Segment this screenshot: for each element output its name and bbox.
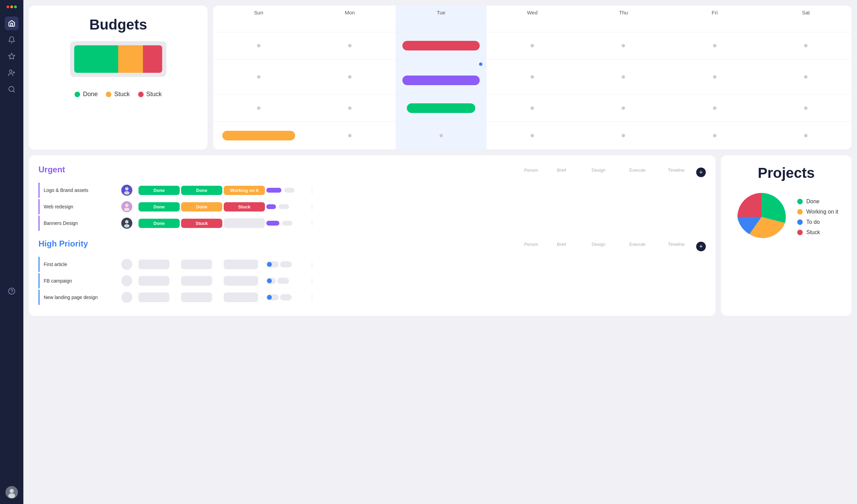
cal-dot (713, 106, 716, 110)
toggle-grey-1 (280, 261, 292, 267)
hp-more-2: ⋮ (309, 277, 319, 285)
logo[interactable] (7, 5, 17, 8)
cal-cell-thu-r4 (578, 122, 669, 150)
cal-cell-wed-r3 (487, 94, 578, 122)
user-avatar[interactable] (5, 486, 18, 499)
table-row-landing: New landing page design ⋮ (38, 290, 706, 305)
toggle-blue-1[interactable] (266, 261, 279, 267)
hp-execute-empty-1 (224, 260, 258, 269)
cal-dot (348, 44, 352, 47)
svg-point-13 (124, 191, 130, 195)
high-priority-add-button[interactable]: + (696, 242, 706, 251)
sidebar-item-notifications[interactable] (5, 33, 19, 47)
top-section: Budgets Done Stuck S (29, 5, 852, 150)
status-stuck-badge-banners: Stuck (181, 219, 222, 228)
sidebar-item-home[interactable] (5, 16, 19, 30)
row-more-web: ⋮ (309, 203, 319, 210)
budget-segment-done (74, 45, 118, 73)
sidebar-item-invite[interactable] (5, 66, 19, 80)
cal-bar-red (402, 41, 479, 50)
status-working-badge-web: Done (181, 202, 222, 211)
toggle-grey-2 (277, 278, 289, 284)
status-empty-banners (224, 218, 265, 228)
hp-design-2 (181, 276, 222, 286)
cal-cell-sat-r4 (760, 122, 852, 150)
budget-segment-stuck2 (143, 45, 162, 73)
hp-design-empty-2 (181, 276, 212, 286)
badge-design-banners: Stuck (181, 219, 222, 228)
row-avatar-web (116, 201, 137, 212)
hp-execute-3 (224, 293, 265, 302)
urgent-add-button[interactable]: + (696, 168, 706, 177)
cal-dot (804, 106, 808, 110)
svg-marker-0 (9, 53, 15, 59)
hp-brief-1 (138, 260, 180, 269)
avatar-light (121, 201, 132, 212)
row-name-landing: New landing page design (40, 295, 115, 300)
cal-cell-sun-r4 (213, 122, 304, 150)
cal-cell-mon-r4 (304, 122, 395, 150)
badge-brief-logo: Done (138, 186, 180, 195)
cal-dot (348, 75, 352, 79)
timeline-bar-logo (266, 188, 281, 193)
col-header-brief: Brief (544, 168, 579, 177)
cal-header-sat: Sat (760, 5, 852, 32)
timeline-logo (266, 188, 308, 193)
pie-chart (734, 190, 789, 244)
cal-dot (257, 106, 260, 110)
hp-col-brief: Brief (544, 242, 579, 251)
high-priority-title: High Priority (38, 239, 88, 249)
svg-point-9 (10, 489, 14, 493)
cal-cell-mon-r2 (304, 60, 395, 94)
cal-dot (531, 44, 534, 47)
hp-design-empty-3 (181, 293, 212, 302)
toggle-blue-3[interactable] (266, 294, 279, 300)
hp-avatar-3 (116, 292, 137, 303)
row-name-first-article: First article (40, 262, 115, 267)
cal-cell-thu-r2 (578, 60, 669, 94)
projects-content: Done Working on it To do Stuck (734, 190, 838, 244)
cal-dot (439, 134, 443, 137)
avatar-grey-2 (121, 275, 132, 286)
status-stuck-badge-web: Stuck (224, 202, 265, 211)
legend-dot-done (75, 92, 80, 97)
cal-cell-tue-r2 (396, 60, 487, 94)
cal-dot (622, 44, 625, 47)
hp-execute-empty-3 (224, 293, 258, 302)
budget-legend: Done Stuck Stuck (75, 91, 162, 98)
row-name-fb: FB campaign (40, 278, 115, 284)
hp-brief-3 (138, 293, 180, 302)
pie-legend-todo: To do (797, 219, 838, 225)
toggle-blue-2[interactable] (266, 278, 276, 284)
cal-cell-sat-r3 (760, 94, 852, 122)
sidebar-item-help[interactable] (5, 284, 19, 298)
hp-brief-2 (138, 276, 180, 286)
cal-dot (622, 106, 625, 110)
bottom-section: Urgent Person Brief Design Execute Timel… (29, 155, 852, 316)
avatar-dark (121, 185, 132, 196)
sidebar-item-favorites[interactable] (5, 49, 19, 63)
budgets-card: Budgets Done Stuck S (29, 5, 208, 150)
cal-header-thu: Thu (578, 5, 669, 32)
status-done-badge: Done (138, 186, 180, 195)
legend-label-done: Done (83, 91, 98, 98)
col-header-timeline: Timeline (659, 168, 693, 177)
row-avatar-logo (116, 185, 137, 196)
sidebar-item-search[interactable] (5, 82, 19, 96)
cal-cell-sun-r3 (213, 94, 304, 122)
cal-cell-sun-r2 (213, 60, 304, 94)
pie-label-done: Done (806, 198, 819, 205)
cal-header-fri: Fri (669, 5, 760, 32)
legend-dot-stuck1 (106, 92, 111, 97)
pie-label-todo: To do (806, 219, 820, 225)
cal-dot (713, 44, 716, 47)
timeline-web (266, 204, 308, 209)
table-card: Urgent Person Brief Design Execute Timel… (29, 155, 715, 316)
urgent-title: Urgent (38, 165, 65, 174)
badge-design-logo: Done (181, 186, 222, 195)
cal-header-wed: Wed (487, 5, 578, 32)
hp-execute-empty-2 (224, 276, 258, 286)
cal-dot (257, 44, 260, 47)
table-row-first-article: First article ⋮ (38, 257, 706, 272)
cal-dot (804, 44, 808, 47)
